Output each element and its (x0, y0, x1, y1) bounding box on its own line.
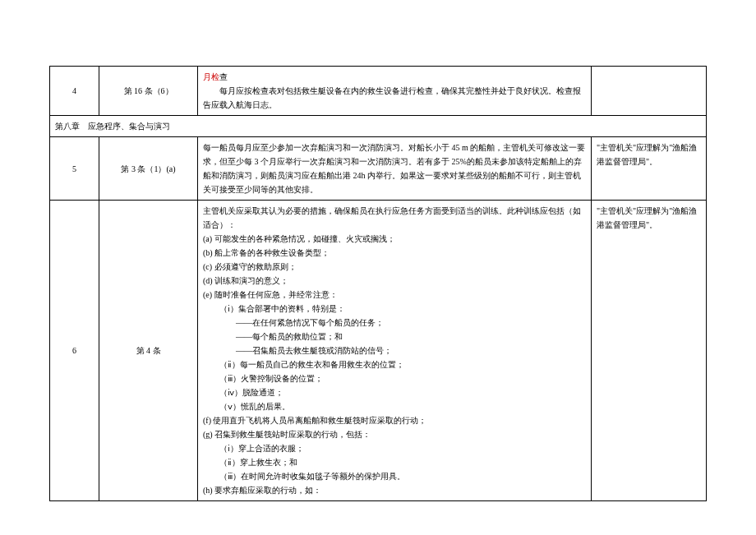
row-number: 6 (50, 201, 99, 501)
item-g-i: （ⅰ）穿上合适的衣服； (203, 441, 586, 455)
item-e-v: （ⅴ）慌乱的后果。 (203, 399, 586, 413)
row-number: 4 (50, 67, 99, 116)
section-header: 第八章 应急程序、集合与演习 (50, 116, 707, 137)
item-g-ii: （ⅱ）穿上救生衣；和 (203, 455, 586, 469)
row-number: 5 (50, 137, 99, 201)
item-d: (d) 训练和演习的意义； (203, 274, 586, 288)
item-b: (b) 船上常备的各种救生设备类型； (203, 246, 586, 260)
content-cell: 主管机关应采取其认为必要的措施，确保船员在执行应急任务方面受到适当的训练。此种训… (198, 201, 592, 501)
table-row: 4 第 16 条（6） 月检查 每月应按检查表对包括救生艇设备在内的救生设备进行… (50, 67, 707, 116)
content-cell: 每一船员每月应至少参加一次弃船演习和一次消防演习。对船长小于 45 m 的船舶，… (198, 137, 592, 201)
content-text: 每月应按检查表对包括救生艇设备在内的救生设备进行检查，确保其完整性并处于良好状况… (203, 84, 586, 112)
note-cell: "主管机关"应理解为"渔船渔港监督管理局"。 (592, 137, 707, 201)
table-row: 5 第 3 条（1）(a) 每一船员每月应至少参加一次弃船演习和一次消防演习。对… (50, 137, 707, 201)
item-f: (f) 使用直升飞机将人员吊离船舶和救生艇筏时应采取的行动； (203, 413, 586, 427)
content-cell: 月检查 每月应按检查表对包括救生艇设备在内的救生设备进行检查，确保其完整性并处于… (198, 67, 592, 116)
item-e-i-3: ——召集船员去救生艇筏或消防站的信号； (203, 344, 586, 357)
item-e-ii: （ⅱ）每一船员自己的救生衣和备用救生衣的位置； (203, 357, 586, 371)
regulation-table: 4 第 16 条（6） 月检查 每月应按检查表对包括救生艇设备在内的救生设备进行… (49, 66, 707, 501)
item-e-iv: （ⅳ）脱险通道； (203, 385, 586, 399)
note-cell (592, 67, 707, 116)
item-e-i: （ⅰ）集合部署中的资料，特别是： (203, 302, 586, 316)
item-h: (h) 要求弃船应采取的行动，如： (203, 483, 586, 497)
item-e-i-1: ——在任何紧急情况下每个船员的任务； (203, 316, 586, 330)
item-e-iii: （ⅲ）火警控制设备的位置； (203, 371, 586, 385)
section-header-row: 第八章 应急程序、集合与演习 (50, 116, 707, 137)
article-ref: 第 16 条（6） (99, 67, 198, 116)
item-e: (e) 随时准备任何应急，并经常注意： (203, 288, 586, 302)
item-e-i-2: ——每个船员的救助位置；和 (203, 330, 586, 344)
item-g: (g) 召集到救生艇筏站时应采取的行动，包括： (203, 427, 586, 441)
red-heading: 月检 (203, 72, 219, 81)
note-cell: "主管机关"应理解为"渔船渔港监督管理局"。 (592, 201, 707, 501)
item-c: (c) 必须遵守的救助原则； (203, 260, 586, 274)
intro-text: 主管机关应采取其认为必要的措施，确保船员在执行应急任务方面受到适当的训练。此种训… (203, 204, 586, 232)
table-row: 6 第 4 条 主管机关应采取其认为必要的措施，确保船员在执行应急任务方面受到适… (50, 201, 707, 501)
article-ref: 第 4 条 (99, 201, 198, 501)
item-a: (a) 可能发生的各种紧急情况，如碰撞、火灾或搁浅； (203, 232, 586, 246)
article-ref: 第 3 条（1）(a) (99, 137, 198, 201)
item-g-iii: （ⅲ）在时间允许时收集如毯子等额外的保护用具。 (203, 469, 586, 483)
heading-tail: 查 (219, 72, 228, 81)
